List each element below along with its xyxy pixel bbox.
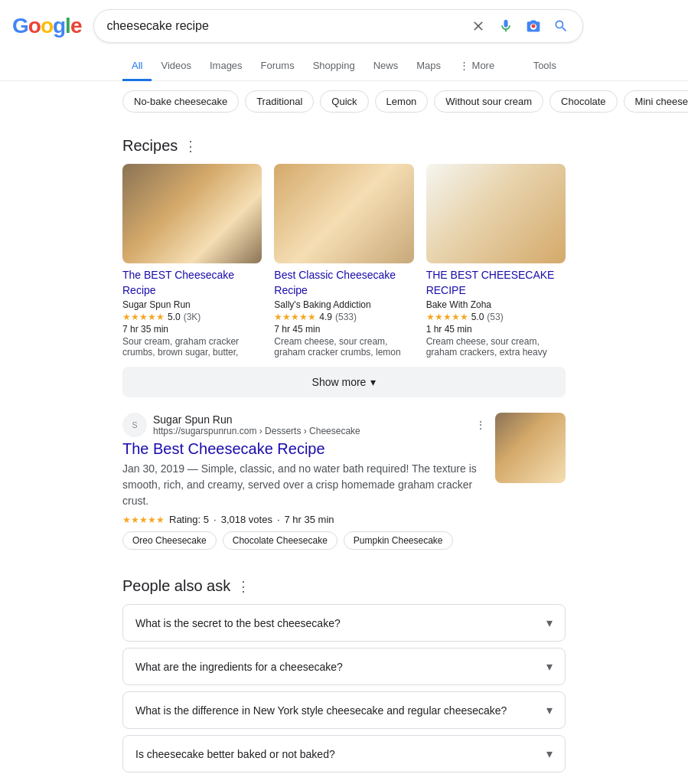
lens-search-button[interactable] xyxy=(524,17,543,35)
stars-2: ★★★★★ xyxy=(274,312,316,322)
chevron-down-icon-4: ▾ xyxy=(546,746,553,761)
tab-shopping[interactable]: Shopping xyxy=(304,52,364,81)
result-votes: 3,018 votes xyxy=(221,514,272,525)
recipe-card-1[interactable]: The BEST Cheesecake Recipe Sugar Spun Ru… xyxy=(122,164,262,358)
stars-3: ★★★★★ xyxy=(426,312,468,322)
camera-icon xyxy=(526,18,541,34)
result-thumbnail xyxy=(495,413,566,483)
tab-more[interactable]: ⋮ More xyxy=(450,52,504,81)
filter-mini-cheesecake[interactable]: Mini cheesecake xyxy=(624,90,688,113)
rating-value-2: 4.9 xyxy=(319,312,332,322)
close-icon xyxy=(471,18,486,34)
tab-videos[interactable]: Videos xyxy=(152,52,201,81)
recipe-card-2[interactable]: Best Classic Cheesecake Recipe Sally's B… xyxy=(274,164,413,358)
svg-point-0 xyxy=(532,24,536,28)
tab-forums[interactable]: Forums xyxy=(252,52,304,81)
rating-value-3: 5.0 xyxy=(471,312,484,322)
recipe-cards: The BEST Cheesecake Recipe Sugar Spun Ru… xyxy=(122,164,566,358)
search-bar-wrapper xyxy=(93,9,583,43)
search-icon xyxy=(553,18,569,34)
show-more-button[interactable]: Show more ▾ xyxy=(122,367,566,397)
recipe-ingredients-1: Sour cream, graham cracker crumbs, brown… xyxy=(122,336,262,358)
chevron-down-icon-2: ▾ xyxy=(546,659,553,674)
tab-images[interactable]: Images xyxy=(201,52,252,81)
result-menu-icon[interactable]: ⋮ xyxy=(475,419,486,431)
paa-question-2[interactable]: What are the ingredients for a cheesecak… xyxy=(122,648,566,685)
recipe-source-2: Sally's Baking Addiction xyxy=(274,299,413,310)
chevron-down-icon-3: ▾ xyxy=(546,703,553,717)
recipe-time-1: 7 hr 35 min xyxy=(122,324,262,335)
result-tags: Oreo Cheesecake Chocolate Cheesecake Pum… xyxy=(122,531,486,550)
result-rating: ★★★★★ Rating: 5 · 3,018 votes · 7 hr 35 … xyxy=(122,514,486,525)
voice-search-button[interactable] xyxy=(497,17,515,35)
result-rating-label: Rating: 5 xyxy=(169,514,209,525)
recipe-title-3[interactable]: THE BEST CHEESECAKE RECIPE xyxy=(426,268,566,298)
rating-count-1: (3K) xyxy=(184,312,201,322)
tag-pumpkin-cheesecake[interactable]: Pumpkin Cheesecake xyxy=(344,531,453,550)
filter-chocolate[interactable]: Chocolate xyxy=(549,90,618,113)
stars-1: ★★★★★ xyxy=(122,312,165,322)
google-search-button[interactable] xyxy=(552,17,570,35)
paa-question-4[interactable]: Is cheesecake better baked or not baked?… xyxy=(122,735,566,773)
dots-icon: ⋮ xyxy=(459,60,469,71)
tab-news[interactable]: News xyxy=(364,52,408,81)
tag-oreo-cheesecake[interactable]: Oreo Cheesecake xyxy=(122,531,217,550)
paa-question-3[interactable]: What is the difference in New York style… xyxy=(122,691,566,729)
clear-button[interactable] xyxy=(469,17,487,35)
recipe-card-3[interactable]: THE BEST CHEESECAKE RECIPE Bake With Zoh… xyxy=(426,164,566,358)
main-content: Recipes ⋮ The BEST Cheesecake Recipe Sug… xyxy=(0,137,688,773)
recipe-image-2 xyxy=(274,164,413,263)
result-title[interactable]: The Best Cheesecake Recipe xyxy=(122,440,486,458)
result-source: S Sugar Spun Run https://sugarspunrun.co… xyxy=(122,413,486,437)
recipe-time-2: 7 hr 45 min xyxy=(274,324,413,335)
tab-all[interactable]: All xyxy=(122,52,152,81)
filter-no-bake[interactable]: No-bake cheesecake xyxy=(122,90,239,113)
search-input[interactable] xyxy=(106,19,463,33)
paa-title: People also ask ⋮ xyxy=(122,577,566,595)
nav-tabs: All Videos Images Forums Shopping News M… xyxy=(0,52,688,81)
tab-tools[interactable]: Tools xyxy=(524,52,566,81)
tab-maps[interactable]: Maps xyxy=(407,52,450,81)
filter-without-sour-cream[interactable]: Without sour cream xyxy=(434,90,543,113)
recipe-rating-2: ★★★★★ 4.9 (533) xyxy=(274,312,413,322)
rating-count-2: (533) xyxy=(335,312,357,322)
recipe-rating-1: ★★★★★ 5.0 (3K) xyxy=(122,312,262,322)
recipe-source-1: Sugar Spun Run xyxy=(122,299,262,310)
google-logo[interactable]: Google xyxy=(12,14,81,38)
recipe-source-3: Bake With Zoha xyxy=(426,299,566,310)
tag-chocolate-cheesecake[interactable]: Chocolate Cheesecake xyxy=(223,531,337,550)
recipe-ingredients-3: Cream cheese, sour cream, graham cracker… xyxy=(426,336,566,358)
chevron-down-icon: ▾ xyxy=(370,376,376,388)
svg-text:S: S xyxy=(132,421,137,430)
recipe-image-1 xyxy=(122,164,262,263)
recipe-title-1[interactable]: The BEST Cheesecake Recipe xyxy=(122,268,262,298)
search-bar-icons xyxy=(469,17,570,35)
search-result: S Sugar Spun Run https://sugarspunrun.co… xyxy=(122,413,566,562)
paa-question-1[interactable]: What is the secret to the best cheesecak… xyxy=(122,604,566,642)
source-info: Sugar Spun Run https://sugarspunrun.com … xyxy=(153,413,360,436)
recipe-ingredients-2: Cream cheese, sour cream, graham cracker… xyxy=(274,336,413,358)
result-time: 7 hr 35 min xyxy=(285,514,334,525)
filter-lemon[interactable]: Lemon xyxy=(375,90,429,113)
source-name: Sugar Spun Run xyxy=(153,413,360,426)
filter-chips: No-bake cheesecake Traditional Quick Lem… xyxy=(0,81,688,122)
filter-traditional[interactable]: Traditional xyxy=(245,90,314,113)
rating-value-1: 5.0 xyxy=(168,312,181,322)
recipe-title-2[interactable]: Best Classic Cheesecake Recipe xyxy=(274,268,413,298)
recipe-time-3: 1 hr 45 min xyxy=(426,324,566,335)
source-url: https://sugarspunrun.com › Desserts › Ch… xyxy=(153,426,360,436)
header: Google xyxy=(0,0,688,52)
recipe-image-3 xyxy=(426,164,566,263)
paa-menu-icon[interactable]: ⋮ xyxy=(236,578,250,595)
favicon-icon: S xyxy=(124,414,145,436)
microphone-icon xyxy=(498,18,514,34)
people-also-ask-section: People also ask ⋮ What is the secret to … xyxy=(122,577,566,773)
recipes-menu-icon[interactable]: ⋮ xyxy=(184,138,197,155)
rating-count-3: (53) xyxy=(487,312,503,322)
recipes-section-title: Recipes ⋮ xyxy=(122,137,566,155)
filter-quick[interactable]: Quick xyxy=(320,90,368,113)
chevron-down-icon-1: ▾ xyxy=(546,616,553,630)
source-favicon: S xyxy=(122,413,147,437)
result-main: S Sugar Spun Run https://sugarspunrun.co… xyxy=(122,413,486,550)
recipe-rating-3: ★★★★★ 5.0 (53) xyxy=(426,312,566,322)
